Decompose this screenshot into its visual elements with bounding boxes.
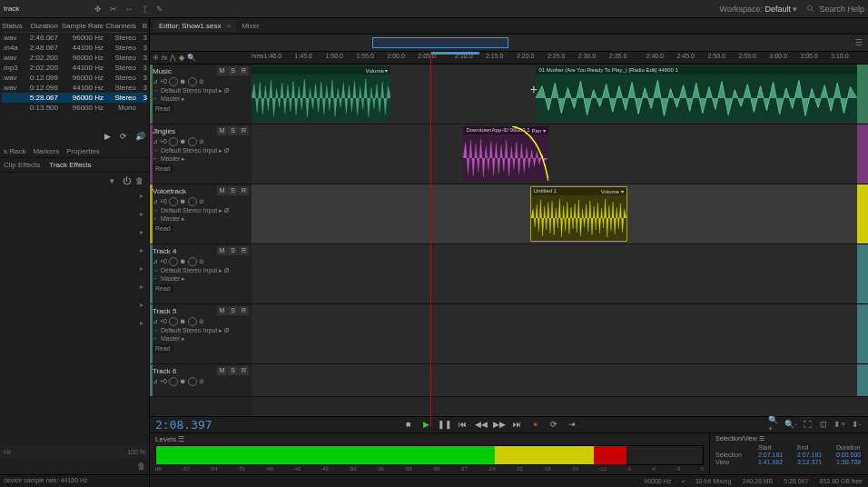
vol-knob[interactable] — [188, 377, 197, 386]
lane-6[interactable] — [252, 364, 857, 397]
automation-mode[interactable]: Read — [153, 164, 173, 173]
zoom-in-icon[interactable]: 🔍+ — [768, 418, 781, 431]
rewind-button[interactable]: ◀◀ — [475, 418, 488, 431]
track-color-5[interactable] — [857, 304, 868, 364]
pan-knob[interactable] — [169, 317, 178, 326]
time-display[interactable]: 2:08.397 — [155, 418, 212, 432]
file-row[interactable]: .wav2:02.20096000 HzStereo3 — [2, 53, 147, 63]
track-header-6[interactable]: Track 6 MSR ⊿+0⏺⊘ — [150, 364, 252, 397]
zoom-out-icon[interactable]: 🔍- — [784, 418, 797, 431]
lane-voicetrack[interactable]: Untitled 1Volume ▾ — [252, 184, 857, 244]
col-samplerate[interactable]: Sample Rate — [58, 22, 104, 30]
time-tool-icon[interactable]: ⌶ — [138, 3, 151, 15]
sel-end[interactable]: 2:07.181 — [797, 452, 835, 458]
track-header-voicetrack[interactable]: Voicetrack MSR ⊿+0⏺⊘ → Default Stereo In… — [150, 184, 252, 244]
track-header-jingles[interactable]: Jingles MSR ⊿+0⏺⊘ → Default Stereo Input… — [150, 124, 252, 184]
lane-5[interactable] — [252, 304, 857, 364]
mute-button[interactable]: M — [217, 246, 227, 255]
col-duration[interactable]: Duration — [22, 22, 58, 30]
loop-button[interactable]: ⟳ — [547, 418, 560, 431]
lane-music[interactable]: Volume ▾ 01 Mother (Are You Ready To Pla… — [252, 65, 857, 124]
effect-slot[interactable]: ▸ — [0, 224, 149, 242]
lane-4[interactable] — [252, 244, 857, 304]
mute-button[interactable]: M — [217, 186, 227, 195]
tab-mixer[interactable]: Mixer — [236, 20, 265, 32]
sel-start[interactable]: 2:07.181 — [758, 452, 796, 458]
navigator[interactable]: ☰ — [150, 35, 868, 53]
keyframe-icon[interactable]: ◆ — [179, 54, 184, 62]
mute-button[interactable]: M — [217, 66, 227, 75]
playhead[interactable] — [430, 52, 431, 427]
solo-button[interactable]: S — [228, 126, 238, 135]
track-header-5[interactable]: Track 5 MSR ⊿+0⏺⊘ → Default Stereo Input… — [150, 304, 252, 364]
record-button[interactable]: R — [239, 66, 249, 75]
record-button[interactable]: R — [239, 246, 249, 255]
record-button[interactable]: R — [239, 186, 249, 195]
pan-knob[interactable] — [169, 137, 178, 146]
view-dur[interactable]: 1:30.708 — [836, 459, 868, 465]
file-row[interactable]: .wav0:12.09844100 HzStereo3 — [2, 83, 147, 93]
record-button[interactable]: R — [239, 126, 249, 135]
clip-jingle[interactable]: DowntownApp-ID 96000 1Pan ▾ — [463, 126, 547, 182]
stop-button[interactable]: ■ — [402, 418, 415, 431]
zoom-in-v-icon[interactable]: ⬍+ — [833, 418, 846, 431]
effect-slot[interactable]: ▸ — [0, 205, 149, 224]
file-row[interactable]: 0:13.50096000 HzMono — [2, 103, 147, 113]
pause-button[interactable]: ❚❚ — [439, 418, 451, 431]
file-row[interactable]: .wav0:12.09896000 HzStereo3 — [2, 73, 147, 83]
lane-jingles[interactable]: DowntownApp-ID 96000 1Pan ▾ — [252, 124, 857, 184]
solo-button[interactable]: S — [228, 306, 238, 315]
col-channels[interactable]: Channels — [104, 22, 136, 30]
slip-tool-icon[interactable]: ↔ — [123, 3, 135, 15]
snap-icon[interactable]: ⁜ — [153, 54, 159, 62]
volume-icon[interactable]: 🔊 — [134, 131, 145, 142]
viewport-indicator[interactable] — [372, 37, 508, 49]
effect-slot[interactable]: ▸ — [0, 242, 149, 260]
effect-slot[interactable]: ▸ — [0, 296, 149, 314]
mute-button[interactable]: M — [217, 306, 227, 315]
vol-knob[interactable] — [188, 317, 197, 326]
power-icon[interactable]: ⏻ — [123, 176, 133, 186]
trash-icon[interactable]: 🗑 — [135, 176, 145, 186]
track-color-4[interactable] — [857, 244, 868, 304]
panel-menu-icon[interactable]: ☰ — [855, 38, 863, 47]
zoom-out-v-icon[interactable]: ⬍- — [850, 418, 863, 431]
file-row-selected[interactable]: 5:28.06796000 HzStereo3 — [2, 93, 147, 103]
solo-button[interactable]: S — [228, 246, 238, 255]
solo-button[interactable]: S — [228, 66, 238, 75]
tab-track[interactable]: track — [4, 5, 19, 13]
automation-mode[interactable]: Read — [153, 104, 173, 113]
vol-knob[interactable] — [188, 137, 197, 146]
record-button[interactable]: R — [239, 306, 249, 315]
tab-properties[interactable]: Properties — [66, 147, 99, 155]
solo-button[interactable]: S — [228, 186, 238, 195]
pan-knob[interactable] — [169, 77, 178, 86]
file-row[interactable]: .m4a2:48.06744100 HzStereo3 — [2, 43, 147, 53]
file-row[interactable]: .wav2:48.06796000 HzStereo3 — [2, 33, 147, 43]
skip-selection-button[interactable]: ⇥ — [566, 418, 578, 431]
zoom-sel-icon[interactable]: ⊡ — [817, 418, 830, 431]
move-tool-icon[interactable]: ✥ — [92, 3, 104, 15]
tab-clip-effects[interactable]: Clip Effects — [4, 161, 40, 169]
track-header-4[interactable]: Track 4 MSR ⊿+0⏺⊘ → Default Stereo Input… — [150, 244, 252, 304]
loop-icon[interactable]: ⟳ — [118, 131, 129, 142]
col-status[interactable]: Status — [2, 22, 22, 30]
record-button[interactable]: R — [239, 366, 249, 375]
pan-knob[interactable] — [169, 197, 178, 206]
razor-tool-icon[interactable]: ✂ — [107, 3, 120, 15]
presets-icon[interactable]: ▾ — [110, 176, 120, 186]
track-color-1[interactable] — [857, 65, 868, 124]
mute-button[interactable]: M — [217, 366, 227, 375]
view-start[interactable]: 1:41.662 — [758, 459, 796, 465]
clip-music-1[interactable]: Volume ▾ — [252, 66, 390, 122]
close-tab-icon[interactable]: × — [227, 22, 232, 30]
automation-mode[interactable]: Read — [153, 344, 173, 353]
skip-fwd-button[interactable]: ⏭ — [511, 418, 524, 431]
fx-icon[interactable]: fx — [162, 54, 167, 62]
sel-dur[interactable]: 0:00.000 — [836, 452, 868, 458]
forward-button[interactable]: ▶▶ — [493, 418, 506, 431]
play-icon[interactable]: ▶ — [102, 131, 113, 142]
tab-rack[interactable]: s Rack — [4, 147, 25, 155]
skip-back-button[interactable]: ⏮ — [457, 418, 469, 431]
tab-markers[interactable]: Markers — [33, 147, 59, 155]
